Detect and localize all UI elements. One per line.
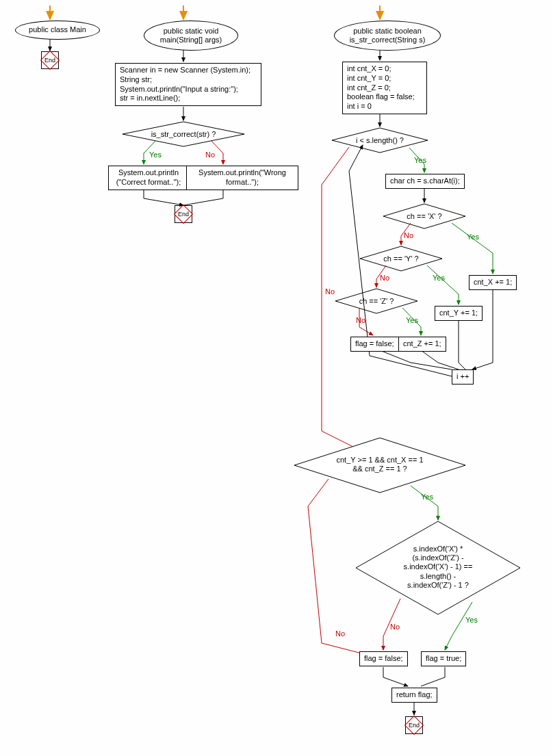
no-label: No — [205, 151, 215, 159]
box-ipp: i ++ — [452, 369, 474, 384]
oval-iscorrect: public static boolean is_str_correct(Str… — [334, 21, 441, 51]
no-label: No — [404, 231, 413, 239]
svg-marker-9 — [332, 128, 428, 153]
yes-label: Yes — [465, 616, 478, 624]
end-label: End — [175, 205, 192, 223]
yes-label: Yes — [414, 156, 426, 164]
end-label: End — [41, 51, 59, 69]
yes-label: Yes — [433, 274, 445, 282]
oval-main: public static void main(String[] args) — [144, 21, 238, 51]
end-node-main: End — [175, 205, 192, 223]
end-node-class: End — [41, 51, 59, 69]
box-flagfalse-outer: flag = false; — [359, 651, 408, 666]
no-label: No — [356, 316, 365, 324]
no-label: No — [390, 623, 400, 631]
isc-label: public static boolean is_str_correct(Str… — [342, 27, 433, 44]
box-correct: System.out.println ("Correct format.."); — [108, 166, 189, 190]
no-label: No — [335, 629, 345, 638]
box-init: int cnt_X = 0; int cnt_Y = 0; int cnt_Z … — [342, 62, 427, 114]
box-incx: cnt_X += 1; — [469, 275, 517, 290]
main-label: public static void main(String[] args) — [151, 27, 231, 44]
box-return: return flag; — [391, 688, 437, 703]
box-incy: cnt_Y += 1; — [435, 306, 483, 321]
svg-marker-13 — [335, 289, 417, 313]
no-label: No — [325, 287, 335, 296]
yes-label: Yes — [149, 151, 162, 159]
box-flagfalse-inner: flag = false; — [350, 337, 399, 352]
class-label: public class Main — [29, 25, 86, 34]
svg-marker-12 — [360, 246, 442, 271]
yes-label: Yes — [421, 493, 433, 501]
box-charat: char ch = s.charAt(i); — [385, 174, 465, 189]
box-flagtrue: flag = true; — [421, 651, 466, 666]
oval-class: public class Main — [15, 21, 100, 40]
svg-marker-11 — [383, 204, 465, 229]
svg-marker-14 — [294, 438, 465, 493]
box-wrong: System.out.println("Wrong format.."); — [186, 166, 298, 190]
yes-label: Yes — [467, 233, 479, 241]
yes-label: Yes — [406, 316, 418, 324]
end-label: End — [405, 716, 423, 734]
svg-marker-15 — [356, 521, 520, 614]
no-label: No — [380, 274, 389, 282]
end-node-isc: End — [405, 716, 423, 734]
svg-marker-6 — [123, 122, 244, 146]
box-incz: cnt_Z += 1; — [398, 337, 446, 352]
box-main-body: Scanner in = new Scanner (System.in); St… — [115, 63, 261, 106]
